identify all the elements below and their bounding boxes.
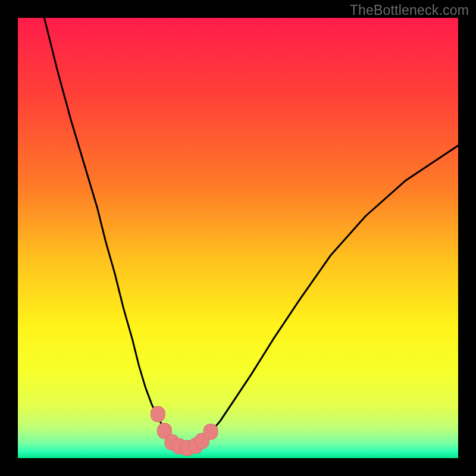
marker-right-high <box>203 424 218 440</box>
chart-svg <box>18 18 458 458</box>
watermark-text: TheBottleneck.com <box>350 2 469 18</box>
curve-left-arm <box>44 18 174 443</box>
curve-right-arm <box>201 146 458 443</box>
marker-left-upper <box>151 406 165 422</box>
plot-area <box>18 18 458 458</box>
chart-frame: TheBottleneck.com <box>0 0 476 476</box>
